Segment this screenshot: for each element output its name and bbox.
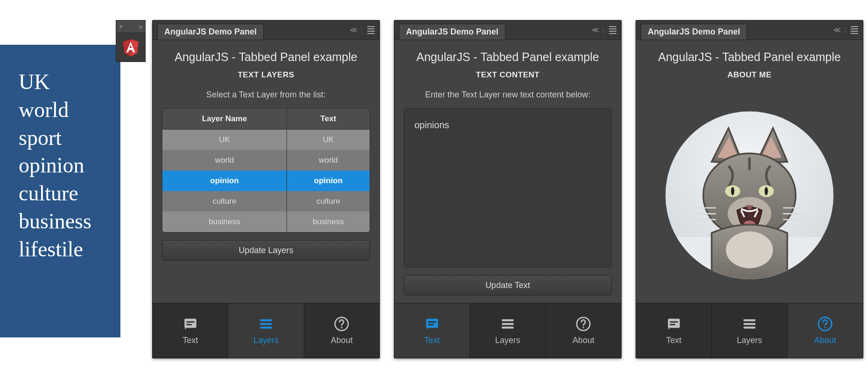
panel-title: AngularJS Demo Panel (641, 24, 747, 40)
text-icon (182, 316, 198, 332)
nav-layers-label: Layers (737, 336, 762, 345)
svg-rect-14 (502, 323, 514, 325)
svg-rect-12 (428, 324, 433, 325)
nav-about[interactable]: About (304, 303, 379, 358)
panel-subheading: TEXT LAYERS (162, 70, 370, 80)
layers-icon (500, 316, 516, 332)
sidebar-word: opinion (19, 151, 106, 179)
svg-rect-31 (743, 319, 756, 321)
nav-layers-label: Layers (253, 336, 279, 345)
svg-point-27 (726, 231, 773, 268)
table-row[interactable]: UKUK (162, 130, 370, 151)
collapse-icon[interactable]: << (350, 26, 356, 34)
dock-tab-bar: × » (116, 20, 146, 33)
svg-rect-15 (502, 327, 514, 329)
svg-rect-30 (670, 324, 675, 325)
cell-text: business (287, 212, 370, 232)
cell-text: UK (287, 130, 370, 151)
nav-layers[interactable]: Layers (228, 303, 304, 358)
sidebar-word: business (19, 207, 106, 235)
panel-heading: AngularJS - Tabbed Panel example (645, 50, 854, 64)
nav-about[interactable]: About (546, 303, 621, 358)
sidebar-word: culture (19, 179, 106, 207)
svg-point-24 (764, 187, 768, 195)
nav-about-label: About (814, 336, 836, 345)
bottom-nav: Text Layers About (153, 303, 379, 358)
nav-layers-label: Layers (495, 336, 520, 345)
expand-icon[interactable]: » (139, 23, 142, 30)
close-icon[interactable]: × (119, 23, 123, 30)
svg-point-9 (341, 327, 343, 328)
nav-layers[interactable]: Layers (470, 303, 546, 358)
panel-instruction: Select a Text Layer from the list: (162, 90, 370, 100)
table-header-layer-name: Layer Name (162, 109, 287, 130)
menu-icon[interactable] (609, 26, 616, 34)
svg-rect-3 (186, 321, 194, 323)
svg-rect-32 (743, 323, 756, 325)
nav-text-label: Text (182, 336, 198, 345)
svg-point-23 (731, 187, 734, 195)
nav-text[interactable]: Text (636, 303, 712, 358)
separator: | (602, 26, 604, 34)
svg-point-17 (583, 327, 584, 328)
cell-layer-name: business (162, 212, 287, 232)
cell-text: world (287, 150, 370, 171)
svg-rect-5 (260, 319, 272, 321)
nav-text[interactable]: Text (153, 303, 228, 358)
bottom-nav: Text Layers About (636, 303, 863, 358)
table-row[interactable]: opinionopinion (162, 171, 370, 191)
nav-about-label: About (331, 336, 353, 345)
table-row[interactable]: worldworld (162, 150, 370, 171)
svg-rect-29 (670, 321, 678, 323)
separator: | (361, 26, 363, 34)
panel-layers: AngularJS Demo Panel << | AngularJS - Ta… (152, 20, 380, 358)
cell-text: culture (287, 191, 370, 212)
text-content-input[interactable]: opinions (404, 108, 612, 268)
update-layers-button[interactable]: Update Layers (162, 240, 370, 261)
question-icon (575, 316, 591, 332)
collapse-icon[interactable]: << (592, 26, 598, 34)
layers-icon (258, 316, 274, 332)
table-header-text: Text (287, 109, 370, 130)
nav-text-label: Text (666, 336, 681, 345)
table-row[interactable]: cultureculture (162, 191, 370, 212)
svg-rect-13 (502, 319, 514, 321)
svg-rect-7 (260, 327, 272, 329)
panel-about: AngularJS Demo Panel << | AngularJS - Ta… (636, 20, 863, 358)
question-icon (334, 316, 350, 332)
nav-layers[interactable]: Layers (712, 303, 787, 358)
svg-rect-11 (428, 321, 436, 323)
collapse-icon[interactable]: << (833, 26, 840, 34)
panel-titlebar: AngularJS Demo Panel << | (636, 21, 863, 40)
nav-about[interactable]: About (788, 303, 863, 358)
nav-text-label: Text (424, 336, 440, 345)
sidebar-wordlist: UK world sport opinion culture business … (0, 45, 120, 337)
sidebar-word: UK (19, 68, 106, 96)
panel-heading: AngularJS - Tabbed Panel example (162, 50, 370, 64)
svg-rect-6 (260, 323, 272, 325)
dock-tab: × » (116, 20, 146, 62)
layers-table: Layer Name Text UKUKworldworldopinionopi… (162, 108, 370, 233)
update-text-button[interactable]: Update Text (404, 275, 612, 296)
cell-text: opinion (287, 171, 370, 191)
text-icon (666, 316, 682, 332)
bottom-nav: Text Layers About (394, 303, 621, 358)
menu-icon[interactable] (851, 26, 858, 34)
cell-layer-name: world (162, 150, 287, 171)
sidebar-word: lifestile (19, 235, 106, 263)
table-row[interactable]: businessbusiness (162, 212, 370, 232)
avatar-container (645, 90, 854, 296)
panel-text: AngularJS Demo Panel << | AngularJS - Ta… (394, 20, 622, 358)
svg-rect-2 (184, 319, 196, 328)
cell-layer-name: opinion (162, 171, 287, 191)
nav-text[interactable]: Text (394, 303, 470, 358)
panel-title: AngularJS Demo Panel (399, 24, 505, 40)
menu-icon[interactable] (367, 26, 375, 34)
question-icon (817, 316, 833, 332)
avatar-image (665, 111, 833, 279)
panel-titlebar: AngularJS Demo Panel << | (394, 21, 621, 40)
panel-instruction: Enter the Text Layer new text content be… (404, 90, 612, 100)
svg-rect-4 (186, 324, 191, 325)
svg-point-35 (825, 327, 826, 328)
angular-logo-icon (116, 33, 146, 62)
